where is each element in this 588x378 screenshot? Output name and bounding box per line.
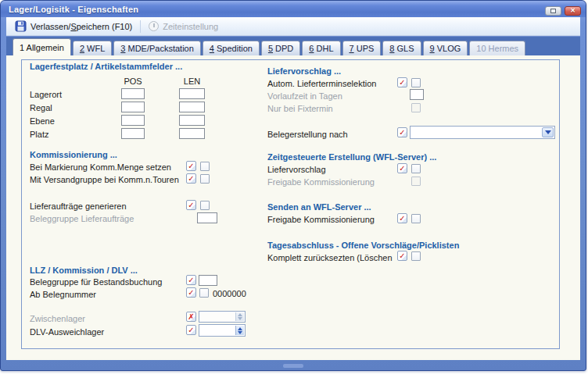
komplett-zuruecksetzen-checkbox[interactable]: [411, 251, 421, 261]
markierung-komm-menge-checkbox[interactable]: [200, 162, 210, 171]
label-belegerstellung-nach: Belegerstellung nach: [267, 130, 348, 139]
platz-pos-input[interactable]: [121, 128, 145, 139]
titlebar[interactable]: Lager/Logisitk - Eigenschaften ✕: [1, 1, 586, 17]
tab-ups[interactable]: 7 UPS: [342, 41, 382, 55]
label-senden-freigabe-kommissionierung: Freigabe Kommissionierung: [267, 215, 375, 224]
floppy-disk-icon: [15, 20, 27, 32]
lieferauftraege-generieren-checkbox[interactable]: [200, 201, 210, 210]
clock-icon: [149, 21, 159, 31]
vorlaufzeit-input[interactable]: [410, 89, 424, 100]
tab-strip: 1 Allgemein 2 WFL 3 MDE/Packstation 4 Sp…: [6, 36, 580, 55]
check-flag-icon[interactable]: ✓: [397, 163, 407, 173]
label-markierung-komm-menge: Bei Markierung Komm.Menge setzen: [30, 162, 171, 172]
column-header-len: LEN: [177, 77, 206, 86]
section-llz-title: LLZ / Kommission / DLV ...: [30, 266, 138, 275]
spinner-updown-icon: [235, 312, 244, 321]
section-senden-title: Senden an WFL-Server ...: [267, 202, 371, 212]
section-lagerfestplatz-title: Lagerfestplatz / Artikelstammfelder ...: [30, 62, 182, 71]
label-versandgruppe-komm-touren: Mit Versandgruppe bei Komm.n.Touren: [30, 175, 179, 184]
check-flag-icon[interactable]: ✓: [186, 287, 196, 298]
ebene-pos-input[interactable]: [121, 115, 145, 126]
check-flag-icon[interactable]: ✓: [186, 275, 196, 285]
chevron-down-icon[interactable]: [542, 127, 554, 137]
label-autom-lieferterminselektion: Autom. Lieferterminselektion: [267, 79, 376, 88]
label-vorlaufzeit: Vorlaufzeit in Tagen: [267, 91, 342, 101]
label-lagerort: Lagerort: [30, 90, 62, 99]
tab-spedition[interactable]: 4 Spedition: [203, 41, 260, 55]
check-flag-icon[interactable]: ✓: [186, 161, 196, 171]
label-platz: Platz: [30, 130, 48, 139]
label-nur-bei-fixtermin: Nur bei Fixtermin: [267, 104, 333, 113]
save-exit-label: Verlassen/Speichern (F10): [30, 22, 132, 31]
label-dlv-ausweichlager: DLV-Ausweichlager: [30, 327, 104, 337]
tab-mde-packstation[interactable]: 3 MDE/Packstation: [113, 41, 201, 55]
label-komplett-zuruecksetzen: Komplett zurücksezten (Löschen: [267, 253, 393, 262]
tab-vlog[interactable]: 9 VLOG: [423, 41, 468, 55]
label-lieferauftraege-generieren: Lieferaufträge generieren: [30, 201, 127, 211]
zg-freigabe-kommissionierung-checkbox: [411, 177, 421, 186]
check-flag-icon[interactable]: ✓: [397, 77, 407, 87]
tab-wfl[interactable]: 2 WFL: [73, 41, 112, 55]
section-zeitgesteuert-title: Zeitgesteuerte Erstellung (WFL-Server) .…: [267, 152, 436, 162]
check-flag-icon[interactable]: ✓: [186, 173, 196, 184]
tab-dhl[interactable]: 6 DHL: [302, 41, 340, 55]
tab-allgemein[interactable]: 1 Allgemein: [13, 38, 71, 55]
column-header-pos: POS: [120, 77, 146, 86]
time-setting-button: Zeiteinstellung: [143, 20, 224, 33]
ab-belegnummer-checkbox[interactable]: [199, 288, 209, 298]
toolbar-separator: [140, 20, 141, 33]
section-liefervorschlag-title: Liefervorschlag ...: [267, 66, 341, 76]
check-flag-icon[interactable]: ✓: [397, 251, 407, 261]
senden-freigabe-kommissionierung-checkbox[interactable]: [411, 214, 421, 223]
label-zg-freigabe-kommissionierung: Freigabe Kommissionierung: [267, 177, 375, 187]
tab-page-allgemein: Lagerfestplatz / Artikelstammfelder ... …: [6, 55, 580, 360]
label-ebene: Ebene: [30, 116, 55, 126]
window-title: Lager/Logisitk - Eigenschaften: [9, 5, 542, 14]
time-setting-label: Zeiteinstellung: [163, 22, 218, 31]
label-ab-belegnummer: Ab Belegnummer: [30, 290, 96, 299]
platz-len-input[interactable]: [179, 128, 205, 139]
toolbar: Verlassen/Speichern (F10) Zeiteinstellun…: [6, 17, 580, 36]
nur-bei-fixtermin-checkbox: [411, 103, 421, 112]
restore-window-icon: [550, 9, 556, 13]
regal-len-input[interactable]: [179, 102, 205, 112]
lagerort-pos-input[interactable]: [121, 88, 145, 99]
label-beleggruppe-bestandsbuchung: Beleggruppe für Bestandsbuchung: [30, 277, 162, 287]
check-flag-icon[interactable]: ✓: [186, 200, 196, 210]
tab-dpd[interactable]: 5 DPD: [261, 41, 300, 55]
spinner-updown-icon[interactable]: [235, 326, 244, 335]
save-exit-button[interactable]: Verlassen/Speichern (F10): [9, 19, 138, 34]
zwischenlager-spinner: [199, 311, 246, 323]
section-tagesabschluss-title: Tagesabschluss - Offene Vorschläge/Pickl…: [267, 241, 459, 250]
zg-liefervorschlag-checkbox[interactable]: [411, 164, 421, 173]
autom-lieferterminselektion-checkbox[interactable]: [411, 78, 421, 87]
label-zwischenlager: Zwischenlager: [30, 314, 85, 323]
versandgruppe-komm-touren-checkbox[interactable]: [200, 174, 210, 184]
beleggruppe-lieferauftraege-input[interactable]: [197, 212, 217, 223]
check-flag-icon[interactable]: ✓: [186, 325, 196, 335]
lagerort-len-input[interactable]: [179, 88, 205, 99]
belegnummer-value: 0000000: [213, 289, 246, 298]
belegerstellung-nach-dropdown[interactable]: [410, 126, 555, 139]
beleggruppe-bestandsbuchung-input[interactable]: [199, 275, 217, 286]
label-beleggruppe-lieferauftraege: Beleggruppe Lieferaufträge: [30, 214, 134, 223]
properties-window: Lager/Logisitk - Eigenschaften ✕ Verlass…: [0, 0, 586, 371]
check-flag-icon[interactable]: ✓: [397, 213, 407, 223]
label-zg-liefervorschlag: Liefervorschlag: [267, 165, 326, 174]
tab-gls[interactable]: 8 GLS: [382, 41, 421, 55]
ebene-len-input[interactable]: [179, 115, 205, 126]
window-frame: Verlassen/Speichern (F10) Zeiteinstellun…: [6, 17, 580, 360]
tab-hermes: 10 Hermes: [469, 41, 525, 55]
label-regal: Regal: [30, 103, 52, 112]
section-kommissionierung-title: Kommissionierung ...: [30, 150, 117, 159]
close-button[interactable]: ✕: [565, 6, 581, 16]
check-flag-icon[interactable]: ✓: [397, 127, 407, 137]
cross-flag-icon[interactable]: ✗: [186, 312, 196, 322]
regal-pos-input[interactable]: [121, 102, 145, 112]
dlv-ausweichlager-spinner[interactable]: [199, 324, 246, 337]
resize-grip[interactable]: [283, 364, 303, 368]
restore-button[interactable]: [545, 6, 561, 16]
